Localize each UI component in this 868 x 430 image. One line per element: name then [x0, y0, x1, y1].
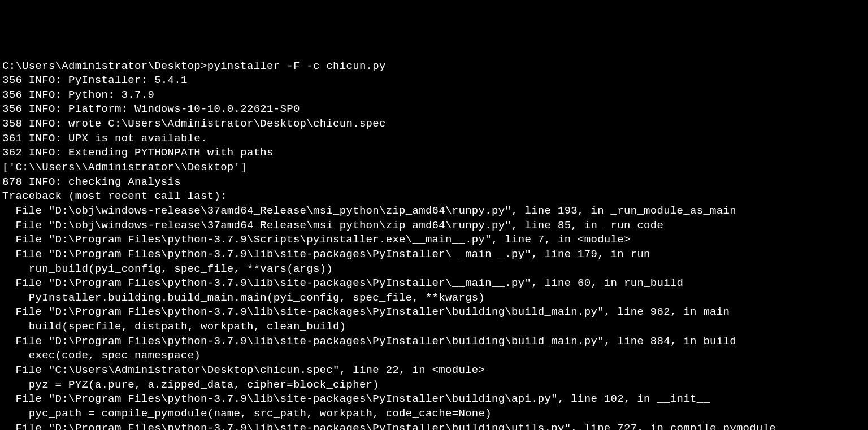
- terminal-line: File "D:\obj\windows-release\37amd64_Rel…: [2, 205, 736, 217]
- terminal-line: 362 INFO: Extending PYTHONPATH with path…: [2, 146, 274, 159]
- terminal-line: 356 INFO: Platform: Windows-10-10.0.2262…: [2, 103, 300, 115]
- terminal-line: PyInstaller.building.build_main.main(pyi…: [2, 292, 485, 304]
- terminal-line: File "D:\Program Files\python-3.7.9\lib\…: [2, 277, 683, 289]
- terminal-line: File "D:\Program Files\python-3.7.9\lib\…: [2, 422, 776, 430]
- terminal-line: exec(code, spec_namespace): [2, 349, 201, 362]
- terminal-line: File "C:\Users\Administrator\Desktop\chi…: [2, 364, 485, 376]
- terminal-line: File "D:\Program Files\python-3.7.9\lib\…: [2, 335, 736, 348]
- terminal-line: pyc_path = compile_pymodule(name, src_pa…: [2, 407, 492, 420]
- terminal-line: Traceback (most recent call last):: [2, 190, 227, 202]
- terminal-line: 358 INFO: wrote C:\Users\Administrator\D…: [2, 118, 386, 130]
- terminal-line: 361 INFO: UPX is not available.: [2, 132, 207, 145]
- terminal-line: File "D:\Program Files\python-3.7.9\lib\…: [2, 306, 730, 318]
- terminal-output[interactable]: C:\Users\Administrator\Desktop>pyinstall…: [2, 59, 866, 430]
- terminal-line: run_build(pyi_config, spec_file, **vars(…: [2, 263, 333, 275]
- terminal-line: File "D:\Program Files\python-3.7.9\lib\…: [2, 248, 650, 260]
- terminal-line: File "D:\Program Files\python-3.7.9\lib\…: [2, 393, 710, 405]
- terminal-line: pyz = PYZ(a.pure, a.zipped_data, cipher=…: [2, 379, 379, 391]
- terminal-line: 356 INFO: PyInstaller: 5.4.1: [2, 74, 188, 86]
- terminal-line: C:\Users\Administrator\Desktop>pyinstall…: [2, 60, 386, 72]
- terminal-line: File "D:\Program Files\python-3.7.9\Scri…: [2, 233, 631, 246]
- terminal-line: File "D:\obj\windows-release\37amd64_Rel…: [2, 219, 663, 232]
- terminal-line: ['C:\\Users\\Administrator\\Desktop']: [2, 161, 247, 173]
- terminal-line: 878 INFO: checking Analysis: [2, 176, 181, 188]
- terminal-line: build(specfile, distpath, workpath, clea…: [2, 320, 346, 333]
- terminal-line: 356 INFO: Python: 3.7.9: [2, 89, 154, 101]
